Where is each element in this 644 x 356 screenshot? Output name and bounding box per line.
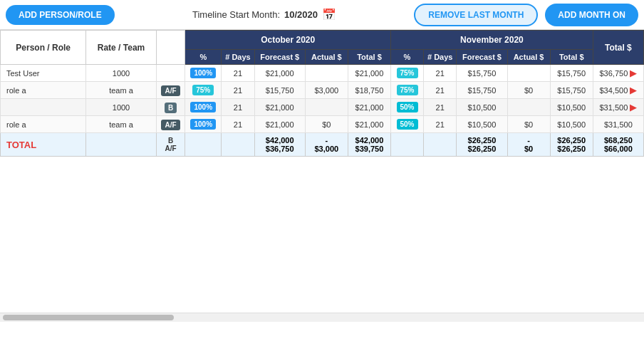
total-header: Total $ <box>593 31 643 65</box>
oct-total-cell: $21,000 <box>348 65 390 82</box>
footer-nov-days <box>423 133 456 157</box>
grand-total-cell: $31,500▶ <box>593 99 643 116</box>
footer-nov-forecast: $26,250 $26,250 <box>457 133 507 157</box>
footer-nov-pct <box>391 133 424 157</box>
right-buttons: REMOVE LAST MONTH ADD MONTH ON <box>414 4 638 26</box>
oct-actual-cell: $3,000 <box>305 82 348 99</box>
scrollbar-thumb[interactable] <box>3 315 174 320</box>
oct-total-cell: $18,750 <box>348 82 390 99</box>
nov-days-cell: 21 <box>423 65 456 82</box>
calendar-icon[interactable]: 📅 <box>322 8 336 21</box>
nov-actual-cell: $0 <box>507 116 550 133</box>
nov-total-cell: $10,500 <box>550 116 593 133</box>
oct-actual-header: Actual $ <box>305 50 348 65</box>
nov-total-header: Total $ <box>550 50 593 65</box>
nov-actual-cell <box>507 99 550 116</box>
person-cell: Test User <box>1 65 86 82</box>
timeline-value: 10/2020 <box>284 9 318 20</box>
rate-cell: team a <box>86 82 156 99</box>
rate-team-header: Rate / Team <box>86 31 156 65</box>
nov-actual-header: Actual $ <box>507 50 550 65</box>
oct-days-header: # Days <box>222 50 254 65</box>
footer-row: TOTAL B A/F $42,000 $36,750 - $3,000 $42… <box>1 133 644 157</box>
oct-total-cell: $21,000 <box>348 116 390 133</box>
table-row: 1000 B 100% 21 $21,000 $21,000 50% 21 $1… <box>1 99 644 116</box>
grand-total-cell: $34,500▶ <box>593 82 643 99</box>
oct-pct-cell: 100% <box>185 116 222 133</box>
footer-nov-total: $26,250 $26,250 <box>550 133 593 157</box>
footer-grand-total: $68,250 $66,000 <box>593 133 643 157</box>
oct-actual-cell: $0 <box>305 116 348 133</box>
nov-pct-cell: 50% <box>391 116 424 133</box>
oct-actual-cell <box>305 65 348 82</box>
nov-forecast-cell: $10,500 <box>457 99 507 116</box>
add-month-button[interactable]: ADD MONTH ON <box>545 4 638 26</box>
main-table: Person / Role Rate / Team October 2020 N… <box>0 30 644 157</box>
nov-pct-cell: 75% <box>391 65 424 82</box>
footer-oct-actual: - $3,000 <box>305 133 348 157</box>
footer-oct-forecast: $42,000 $36,750 <box>254 133 305 157</box>
person-role-header: Person / Role <box>1 31 86 65</box>
rate-cell: team a <box>86 116 156 133</box>
nov-total-cell: $15,750 <box>550 82 593 99</box>
oct-total-cell: $21,000 <box>348 99 390 116</box>
af-cell: A/F <box>156 116 185 133</box>
oct-pct-cell: 75% <box>185 82 222 99</box>
footer-label: TOTAL <box>1 133 86 157</box>
oct-days-cell: 21 <box>222 99 254 116</box>
oct-forecast-cell: $21,000 <box>254 116 305 133</box>
nov-month-header: November 2020 <box>391 31 593 50</box>
oct-total-header: Total $ <box>348 50 390 65</box>
oct-forecast-cell: $21,000 <box>254 65 305 82</box>
nov-days-header: # Days <box>423 50 456 65</box>
grand-total-cell: $36,750▶ <box>593 65 643 82</box>
grand-total-cell: $31,500 <box>593 116 643 133</box>
nov-forecast-cell: $15,750 <box>457 82 507 99</box>
oct-forecast-cell: $15,750 <box>254 82 305 99</box>
timeline-info: Timeline Start Month: 10/2020 📅 <box>192 8 336 21</box>
footer-oct-days <box>222 133 254 157</box>
oct-days-cell: 21 <box>222 82 254 99</box>
af-cell: B <box>156 99 185 116</box>
footer-af: B A/F <box>156 133 185 157</box>
horizontal-scrollbar[interactable] <box>0 313 644 322</box>
timeline-label: Timeline Start Month: <box>192 9 280 20</box>
af-cell <box>156 65 185 82</box>
oct-days-cell: 21 <box>222 65 254 82</box>
nov-days-cell: 21 <box>423 99 456 116</box>
person-cell: role a <box>1 82 86 99</box>
footer-rate <box>86 133 156 157</box>
nov-total-cell: $10,500 <box>550 99 593 116</box>
toolbar: ADD PERSON/ROLE Timeline Start Month: 10… <box>0 0 644 30</box>
add-person-button[interactable]: ADD PERSON/ROLE <box>6 5 115 25</box>
rate-cell: 1000 <box>86 65 156 82</box>
footer-nov-actual: - $0 <box>507 133 550 157</box>
af-header <box>156 31 185 65</box>
nov-actual-cell <box>507 65 550 82</box>
rate-cell: 1000 <box>86 99 156 116</box>
oct-pct-cell: 100% <box>185 65 222 82</box>
nov-pct-header: % <box>391 50 424 65</box>
month-header-row: Person / Role Rate / Team October 2020 N… <box>1 31 644 50</box>
table-container: Person / Role Rate / Team October 2020 N… <box>0 30 644 313</box>
table-row: Test User 1000 100% 21 $21,000 $21,000 7… <box>1 65 644 82</box>
table-row: role a team a A/F 75% 21 $15,750 $3,000 … <box>1 82 644 99</box>
af-cell: A/F <box>156 82 185 99</box>
nov-total-cell: $15,750 <box>550 65 593 82</box>
nov-forecast-header: Forecast $ <box>457 50 507 65</box>
person-cell: role a <box>1 116 86 133</box>
nov-pct-cell: 75% <box>391 82 424 99</box>
oct-forecast-cell: $21,000 <box>254 99 305 116</box>
footer-oct-total: $42,000 $39,750 <box>348 133 390 157</box>
oct-forecast-header: Forecast $ <box>254 50 305 65</box>
person-cell <box>1 99 86 116</box>
nov-forecast-cell: $15,750 <box>457 65 507 82</box>
table-row: role a team a A/F 100% 21 $21,000 $0 $21… <box>1 116 644 133</box>
oct-days-cell: 21 <box>222 116 254 133</box>
nov-forecast-cell: $10,500 <box>457 116 507 133</box>
nov-pct-cell: 50% <box>391 99 424 116</box>
footer-oct-pct <box>185 133 222 157</box>
nov-days-cell: 21 <box>423 82 456 99</box>
table-footer: TOTAL B A/F $42,000 $36,750 - $3,000 $42… <box>1 133 644 157</box>
remove-last-month-button[interactable]: REMOVE LAST MONTH <box>414 4 538 26</box>
